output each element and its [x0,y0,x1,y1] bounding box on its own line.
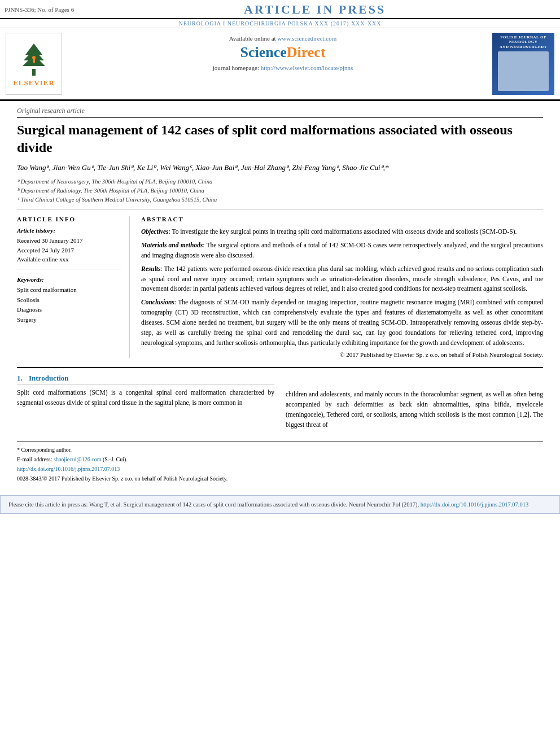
keyword-3: Diagnosis [17,305,121,315]
intro-col-left: 1. Introduction Split cord malformations… [17,374,274,430]
keyword-4: Surgery [17,315,121,325]
cover-title: POLISH JOURNAL OFNEUROLOGYAND NEUROSURGE… [500,35,547,49]
article-content: Original research article Surgical manag… [0,101,560,490]
header-section: ELSEVIER Available online at www.science… [0,28,560,101]
article-title: Surgical management of 142 cases of spli… [17,121,543,156]
authors: Tao Wangᵃ, Jian-Wen Guᵃ, Tie-Jun Shiᵃ, K… [17,162,543,174]
article-info-col: Article Info Article history: Received 3… [17,216,130,358]
sciencedirect-logo: ScienceDirect [90,44,475,61]
press-banner: ARTICLE IN PRESS [244,2,386,17]
corresponding-label: * Corresponding author. [17,447,72,453]
intro-col-right: children and adolescents, and mainly occ… [286,374,543,430]
body-section: 1. Introduction Split cord malformations… [17,367,543,430]
intro-text-right: children and adolescents, and mainly occ… [286,390,543,430]
conclusions-text: : The diagnosis of SCM-OD mainly depende… [141,299,543,346]
email-link[interactable]: shaojiecui@126.com [54,456,101,462]
email-label-text: E-mail address: [17,456,52,462]
affiliation-a: ᵃ Department of Neurosurgery, The 306th … [17,177,543,186]
top-banner: PJNNS-336; No. of Pages 6 ARTICLE IN PRE… [0,0,560,19]
journal-homepage: journal homepage: http://www.elsevier.co… [90,64,475,71]
email-note: E-mail address: shaojiecui@126.com (S.-J… [17,455,543,464]
results-text: : The 142 patients were performed osseou… [141,265,543,292]
abstract-col: Abstract Objectives: To investigate the … [141,216,543,358]
svg-rect-5 [33,59,35,63]
citation-text: Please cite this article in press as: Wa… [8,501,419,508]
divider [17,209,543,210]
methods-label: Materials and methods [141,242,203,248]
doi-note: http://dx.doi.org/10.1016/j.pjnns.2017.0… [17,465,543,473]
keyword-2: Scoliosis [17,295,121,305]
elsevier-brand: ELSEVIER [13,78,55,88]
citation-doi-link[interactable]: http://dx.doi.org/10.1016/j.pjnns.2017.0… [421,501,528,508]
elsevier-tree-icon [14,41,54,77]
intro-section-title: 1. Introduction [17,374,274,385]
article-info-heading: Article Info [17,216,121,222]
conclusions-label: Conclusions [141,299,174,305]
corresponding-note: * Corresponding author. [17,445,543,454]
affiliation-b: ᵇ Department of Radiology, The 306th Hos… [17,186,543,195]
intro-title-text: Introduction [29,374,69,382]
abstract-objectives: Objectives: To investigate the key surgi… [141,227,543,237]
abstract-conclusions: Conclusions: The diagnosis of SCM-OD mai… [141,298,543,348]
svg-point-4 [32,56,36,59]
email-suffix: (S.-J. Cui). [103,456,128,462]
journal-line: Neurologia i Neurochirurgia Polska xxx (… [0,19,560,28]
abstract-results: Results: The 142 patients were performed… [141,264,543,294]
objectives-text: : To investigate the key surgical points… [169,228,517,235]
keywords-divider [17,269,121,269]
objectives-label: Objectives [141,228,169,235]
author-list: Tao Wangᵃ, Jian-Wen Guᵃ, Tie-Jun Shiᵃ, K… [17,163,388,172]
received-date: Received 30 January 2017 [17,236,121,246]
accepted-date: Accepted 24 July 2017 [17,246,121,255]
history-label: Article history: [17,227,121,234]
header-middle: Available online at www.sciencedirect.co… [79,33,487,95]
available-online: Available online xxx [17,255,121,264]
intro-two-col: 1. Introduction Split cord malformations… [17,374,543,430]
keywords-label: Keywords: [17,276,121,283]
paper-id: PJNNS-336; No. of Pages 6 [5,6,74,13]
sciencedirect-url[interactable]: www.sciencedirect.com [277,35,336,42]
results-label: Results [141,265,161,272]
doi-link[interactable]: http://dx.doi.org/10.1016/j.pjnns.2017.0… [17,466,120,472]
intro-text-left: Split cord malformations (SCM) is a cong… [17,388,274,408]
publisher-logo: ELSEVIER [6,33,73,95]
abstract-heading: Abstract [141,216,543,222]
citation-box: Please cite this article in press as: Wa… [0,495,560,514]
journal-url[interactable]: http://www.elsevier.com/locate/pjnns [261,64,353,71]
copyright-line: © 2017 Published by Elsevier Sp. z o.o. … [141,351,543,358]
issn-note: 0028-3843/© 2017 Published by Elsevier S… [17,474,543,483]
footnotes: * Corresponding author. E-mail address: … [17,442,543,483]
affiliation-c: ᶜ Third Clinical College of Southern Med… [17,195,543,204]
info-abstract-section: Article Info Article history: Received 3… [17,216,543,358]
svg-rect-0 [32,69,36,76]
journal-cover: POLISH JOURNAL OFNEUROLOGYAND NEUROSURGE… [492,33,554,95]
available-online-text: Available online at www.sciencedirect.co… [90,35,475,42]
abstract-methods: Materials and methods: The surgical opti… [141,241,543,261]
keyword-1: Split cord malformation [17,285,121,295]
article-type: Original research article [17,107,543,118]
intro-number: 1. [17,374,23,382]
affiliations: ᵃ Department of Neurosurgery, The 306th … [17,177,543,204]
cover-image [498,51,549,91]
